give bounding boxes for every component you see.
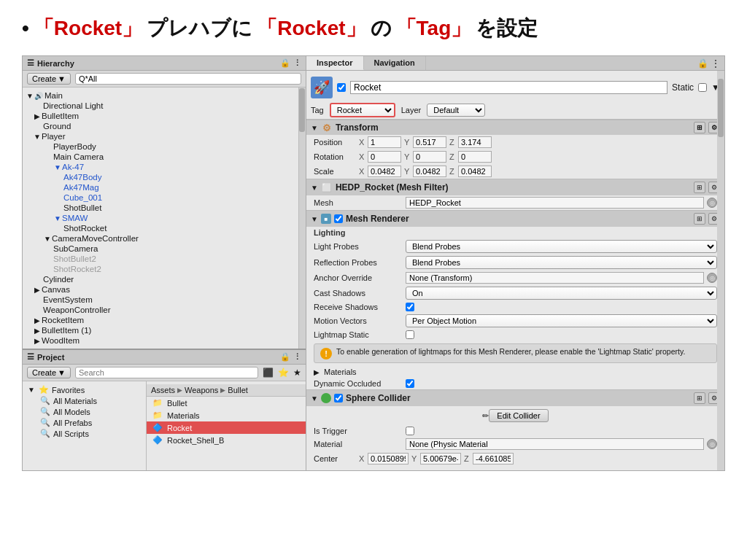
hierarchy-menu-icon[interactable]: ⋮ bbox=[293, 58, 301, 68]
edit-collider-btn[interactable]: Edit Collider bbox=[489, 409, 548, 422]
project-icon2[interactable]: ⭐ bbox=[278, 368, 289, 378]
breadcrumb-assets[interactable]: Assets bbox=[151, 386, 175, 394]
scale-x-input[interactable] bbox=[368, 166, 401, 177]
project-all-prefabs[interactable]: 🔍 All Prefabs bbox=[23, 417, 146, 428]
project-all-materials[interactable]: 🔍 All Materials bbox=[23, 395, 146, 406]
is-trigger-checkbox[interactable] bbox=[406, 427, 414, 435]
anchor-circle-btn[interactable]: ◎ bbox=[707, 273, 717, 283]
project-lock-icon[interactable]: 🔒 bbox=[280, 352, 290, 362]
position-z-input[interactable] bbox=[458, 136, 492, 148]
dynamic-occluded-checkbox[interactable] bbox=[406, 379, 414, 388]
project-all-scripts[interactable]: 🔍 All Scripts bbox=[23, 428, 146, 439]
tree-item-smaw[interactable]: ▼ SMAW bbox=[23, 213, 306, 223]
materials-row[interactable]: ▶ Materials bbox=[306, 366, 724, 378]
tree-item-shotrocket[interactable]: ShotRocket bbox=[23, 223, 306, 233]
tab-navigation[interactable]: Navigation bbox=[364, 56, 426, 70]
position-y-input[interactable] bbox=[413, 136, 446, 148]
position-x-input[interactable] bbox=[368, 136, 401, 148]
center-y-input[interactable] bbox=[420, 453, 461, 464]
mesh-renderer-enabled[interactable] bbox=[334, 214, 343, 223]
light-probes-select[interactable]: Blend Probes bbox=[406, 240, 717, 253]
tree-item-canvas[interactable]: ▶ Canvas bbox=[23, 284, 306, 295]
hierarchy-search-input[interactable] bbox=[75, 73, 301, 85]
tree-item-shotrocket2[interactable]: ShotRocket2 bbox=[23, 264, 306, 274]
meshfilter-copy-btn[interactable]: ⊞ bbox=[694, 182, 705, 193]
object-name-input[interactable] bbox=[350, 81, 667, 94]
inspector-menu-icon[interactable]: ⋮ bbox=[711, 58, 720, 69]
lightmap-static-checkbox[interactable] bbox=[406, 330, 414, 339]
project-search-input[interactable] bbox=[75, 367, 258, 378]
rotation-z-input[interactable] bbox=[458, 151, 492, 163]
breadcrumb-weapons[interactable]: Weapons bbox=[185, 386, 218, 394]
anchor-override-input[interactable] bbox=[406, 272, 704, 284]
mesh-value-input[interactable] bbox=[406, 197, 704, 209]
static-checkbox[interactable] bbox=[698, 83, 707, 92]
transform-copy-btn[interactable]: ⊞ bbox=[694, 122, 705, 133]
mesh-filter-header[interactable]: ▼ ⬜ HEDP_Rocket (Mesh Filter) ⊞ ⚙ bbox=[306, 179, 724, 195]
center-x-input[interactable] bbox=[368, 453, 409, 464]
tree-item-ground[interactable]: Ground bbox=[23, 121, 306, 131]
scale-z-input[interactable] bbox=[458, 166, 492, 177]
tree-item-bulletitem[interactable]: ▶ BulletItem bbox=[23, 111, 306, 121]
tree-item-wooditem[interactable]: ▶ WoodItem bbox=[23, 335, 306, 346]
tree-item-bulletitem1[interactable]: ▶ BulletItem (1) bbox=[23, 325, 306, 335]
tree-item-eventsystem[interactable]: EventSystem bbox=[23, 295, 306, 305]
cast-shadows-select[interactable]: On bbox=[406, 287, 717, 300]
center-z-input[interactable] bbox=[473, 453, 514, 464]
tree-item-player[interactable]: ▼ Player bbox=[23, 131, 306, 141]
tree-item-maincamera[interactable]: Main Camera bbox=[23, 152, 306, 162]
project-create-btn[interactable]: Create▼ bbox=[27, 367, 71, 378]
project-right-rocket[interactable]: 🔷 Rocket bbox=[147, 421, 306, 434]
tree-item-cameramove[interactable]: ▼ CameraMoveController bbox=[23, 233, 306, 244]
project-all-models[interactable]: 🔍 All Models bbox=[23, 406, 146, 417]
tree-item-cube001[interactable]: Cube_001 bbox=[23, 192, 306, 203]
project-right-bullet[interactable]: 📁 Bullet bbox=[147, 397, 306, 409]
tree-item-shotbullet2[interactable]: ShotBullet2 bbox=[23, 254, 306, 264]
tree-item-dirlight[interactable]: Directional Light bbox=[23, 101, 306, 111]
project-icon1[interactable]: ⬛ bbox=[263, 368, 274, 378]
hierarchy-scrollbar[interactable] bbox=[298, 88, 306, 349]
project-icon3[interactable]: ★ bbox=[293, 368, 301, 378]
tree-item-ak47mag[interactable]: Ak47Mag bbox=[23, 182, 306, 192]
tree-item-cylinder[interactable]: Cylinder bbox=[23, 274, 306, 284]
tree-item-rocketitem[interactable]: ▶ RocketItem bbox=[23, 315, 306, 325]
motion-vectors-select[interactable]: Per Object Motion bbox=[406, 314, 717, 327]
sphere-collider-enabled[interactable] bbox=[334, 394, 343, 402]
transform-header[interactable]: ▼ ⚙ Transform ⊞ ⚙ bbox=[306, 120, 724, 135]
rotation-y-input[interactable] bbox=[413, 151, 446, 163]
tree-item-ak47[interactable]: ▼ Ak-47 bbox=[23, 162, 306, 172]
tree-item-main[interactable]: ▼ 🔊 Main bbox=[23, 90, 306, 101]
material-circle-btn[interactable]: ◎ bbox=[707, 439, 717, 449]
meshrenderer-copy-btn[interactable]: ⊞ bbox=[694, 213, 705, 225]
inspector-lock-icon[interactable]: 🔒 bbox=[697, 58, 708, 69]
tree-item-subcamera[interactable]: SubCamera bbox=[23, 244, 306, 254]
inspector-scroll-thumb[interactable] bbox=[718, 79, 724, 137]
project-menu-icon[interactable]: ⋮ bbox=[293, 352, 301, 362]
mesh-circle-btn[interactable]: ◎ bbox=[707, 198, 717, 208]
hierarchy-create-btn[interactable]: Create ▼ bbox=[27, 73, 71, 85]
tab-inspector[interactable]: Inspector bbox=[306, 56, 364, 70]
material-input[interactable] bbox=[406, 438, 704, 450]
tree-item-ak47body[interactable]: Ak47Body bbox=[23, 172, 306, 182]
hierarchy-scroll-thumb[interactable] bbox=[299, 88, 305, 132]
hierarchy-lock-icon[interactable]: 🔒 bbox=[280, 58, 290, 68]
object-enabled-checkbox[interactable] bbox=[337, 83, 346, 92]
tree-item-weaponcontroller[interactable]: WeaponController bbox=[23, 305, 306, 315]
tree-item-playerbody[interactable]: PlayerBody bbox=[23, 141, 306, 152]
tag-select[interactable]: Rocket bbox=[330, 103, 395, 117]
scale-y-input[interactable] bbox=[413, 166, 446, 177]
sphere-collider-header[interactable]: ▼ Sphere Collider ⊞ ⚙ bbox=[306, 390, 724, 406]
inspector-scrollbar[interactable] bbox=[717, 71, 724, 470]
rotation-x-input[interactable] bbox=[368, 151, 401, 163]
project-right-materials[interactable]: 📁 Materials bbox=[147, 409, 306, 421]
breadcrumb-bullet[interactable]: Bullet bbox=[228, 386, 248, 394]
collider-copy-btn[interactable]: ⊞ bbox=[694, 392, 705, 404]
reflection-probes-select[interactable]: Blend Probes bbox=[406, 256, 717, 269]
tree-label-ak47mag: Ak47Mag bbox=[63, 183, 99, 192]
project-favorites[interactable]: ▼ ⭐ Favorites bbox=[23, 384, 146, 395]
layer-select[interactable]: Default bbox=[427, 104, 485, 117]
tree-item-shotbullet[interactable]: ShotBullet bbox=[23, 203, 306, 213]
project-right-rocket-shell[interactable]: 🔷 Rocket_Shell_B bbox=[147, 434, 306, 446]
mesh-renderer-header[interactable]: ▼ ■ Mesh Renderer ⊞ ⚙ bbox=[306, 211, 724, 227]
receive-shadows-checkbox[interactable] bbox=[406, 303, 414, 311]
